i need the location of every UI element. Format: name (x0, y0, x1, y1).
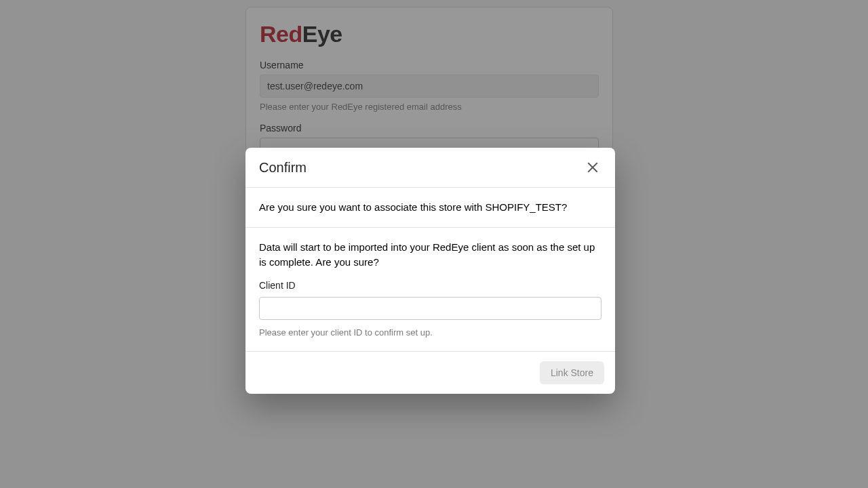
link-store-button[interactable]: Link Store (540, 361, 604, 384)
close-button[interactable] (584, 159, 601, 176)
confirm-modal: Confirm Are you sure you want to associa… (245, 148, 615, 394)
modal-warning: Data will start to be imported into your… (259, 240, 601, 270)
client-id-label: Client ID (259, 279, 601, 292)
close-icon (587, 161, 599, 174)
modal-question: Are you sure you want to associate this … (245, 188, 615, 227)
client-id-input[interactable] (259, 297, 601, 320)
modal-body: Data will start to be imported into your… (245, 228, 615, 352)
modal-footer: Link Store (245, 352, 615, 394)
modal-title: Confirm (259, 160, 307, 176)
client-id-hint: Please enter your client ID to confirm s… (259, 327, 601, 340)
modal-header: Confirm (245, 148, 615, 187)
